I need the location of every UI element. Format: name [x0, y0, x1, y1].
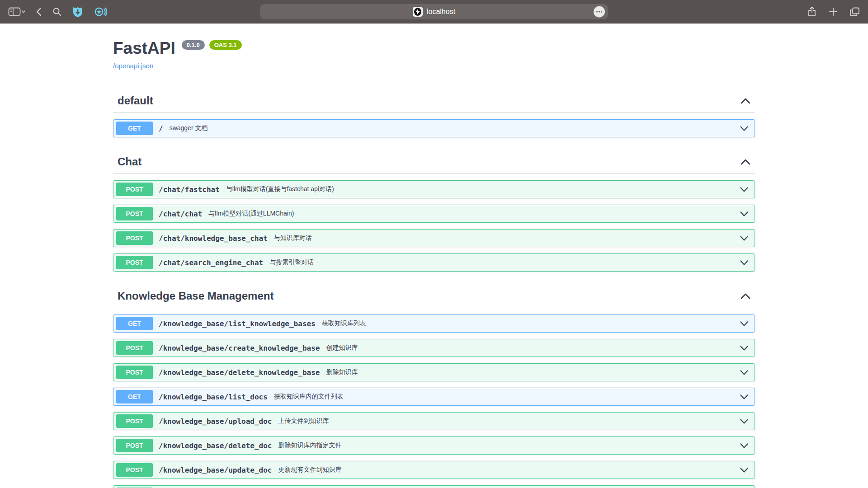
endpoint-row[interactable]: POST/chat/search_engine_chat与搜索引擎对话 [113, 253, 755, 272]
method-badge: POST [116, 207, 153, 221]
expand-chevron-icon[interactable] [740, 126, 748, 131]
endpoint-description: 获取知识库列表 [322, 319, 740, 328]
endpoint-row[interactable]: POST/chat/fastchat与llm模型对话(直接与fastchat a… [113, 180, 755, 198]
share-button[interactable] [807, 6, 816, 17]
new-tab-button[interactable] [829, 8, 837, 16]
method-badge: GET [116, 317, 153, 330]
expand-chevron-icon[interactable] [740, 419, 748, 424]
endpoint-description: 获取知识库内的文件列表 [274, 393, 740, 401]
section-title: Knowledge Base Management [118, 290, 274, 302]
endpoint-description: 上传文件到知识库 [278, 417, 740, 425]
endpoint-path: /knowledge_base/list_knowledge_bases [159, 319, 316, 328]
oas-badge: OAS 3.1 [209, 40, 242, 50]
back-button[interactable] [36, 7, 42, 16]
endpoint-row[interactable]: POST/knowledge_base/recreate_vector_stor… [113, 485, 755, 488]
endpoint-row[interactable]: POST/knowledge_base/delete_doc删除知识库内指定文件 [113, 436, 755, 455]
expand-chevron-icon[interactable] [740, 321, 748, 326]
search-button[interactable] [52, 7, 61, 16]
method-badge: POST [116, 366, 153, 379]
expand-chevron-icon[interactable] [740, 346, 748, 351]
api-sections: defaultGET/swagger 文档ChatPOST/chat/fastc… [113, 88, 755, 488]
site-favicon [413, 7, 423, 17]
endpoint-description: 删除知识库内指定文件 [278, 441, 740, 450]
method-badge: POST [116, 183, 153, 196]
endpoint-path: /chat/knowledge_base_chat [159, 234, 268, 243]
endpoint-row[interactable]: POST/chat/knowledge_base_chat与知识库对话 [113, 229, 755, 247]
endpoint-path: /chat/chat [159, 210, 202, 218]
collapse-chevron-icon[interactable] [741, 159, 750, 165]
collapse-chevron-icon[interactable] [741, 98, 750, 104]
endpoint-path: /chat/fastchat [159, 185, 220, 194]
method-badge: POST [116, 256, 153, 269]
swagger-page: FastAPI 0.1.0 OAS 3.1 /openapi.json defa… [0, 23, 868, 488]
endpoint-path: / [159, 124, 163, 133]
endpoint-description: 删除知识库 [326, 368, 740, 376]
endpoint-path: /knowledge_base/create_knowledge_base [159, 344, 320, 352]
expand-chevron-icon[interactable] [740, 236, 748, 241]
endpoint-path: /knowledge_base/delete_knowledge_base [159, 368, 320, 377]
page-title: FastAPI [113, 39, 175, 58]
endpoint-row[interactable]: POST/knowledge_base/update_doc更新现有文件到知识库 [113, 461, 755, 479]
expand-chevron-icon[interactable] [740, 394, 748, 399]
section-header[interactable]: Chat [113, 149, 755, 174]
endpoint-row[interactable]: GET/swagger 文档 [113, 119, 755, 137]
method-badge: POST [116, 439, 153, 452]
tag-section: Knowledge Base ManagementGET/knowledge_b… [113, 283, 755, 488]
method-badge: POST [116, 341, 153, 355]
expand-chevron-icon[interactable] [740, 187, 748, 192]
endpoint-row[interactable]: GET/knowledge_base/list_knowledge_bases获… [113, 314, 755, 333]
endpoint-description: 创建知识库 [326, 344, 740, 352]
endpoint-path: /knowledge_base/upload_doc [159, 417, 272, 426]
expand-chevron-icon[interactable] [740, 211, 748, 216]
broadcast-extension-button[interactable] [94, 6, 107, 17]
star-icon [97, 9, 101, 14]
address-bar[interactable]: localhost [260, 4, 608, 19]
collapse-chevron-icon[interactable] [741, 293, 750, 299]
endpoint-path: /knowledge_base/delete_doc [159, 441, 272, 450]
version-badge: 0.1.0 [182, 40, 205, 50]
endpoint-row[interactable]: GET/knowledge_base/list_docs获取知识库内的文件列表 [113, 388, 755, 406]
browser-toolbar: localhost [0, 0, 868, 23]
method-badge: GET [116, 122, 153, 135]
section-header[interactable]: Knowledge Base Management [113, 283, 755, 308]
tab-overview-button[interactable] [850, 7, 860, 16]
lightning-bolt-icon [415, 9, 420, 15]
endpoint-path: /knowledge_base/list_docs [159, 393, 268, 401]
expand-chevron-icon[interactable] [740, 370, 748, 375]
endpoint-row[interactable]: POST/knowledge_base/create_knowledge_bas… [113, 339, 755, 357]
sidebar-toggle-button[interactable] [8, 7, 25, 16]
section-title: default [118, 94, 153, 107]
section-title: Chat [118, 155, 142, 168]
page-menu-button[interactable] [594, 6, 605, 18]
tag-section: defaultGET/swagger 文档 [113, 88, 755, 137]
expand-chevron-icon[interactable] [740, 443, 748, 448]
endpoint-row[interactable]: POST/knowledge_base/delete_knowledge_bas… [113, 363, 755, 381]
method-badge: POST [116, 414, 153, 428]
endpoint-description: 与llm模型对话(通过LLMChain) [208, 210, 740, 218]
endpoint-description: 更新现有文件到知识库 [278, 466, 740, 474]
expand-chevron-icon[interactable] [740, 260, 748, 265]
endpoint-description: 与知识库对话 [274, 234, 740, 242]
method-badge: POST [116, 463, 153, 477]
section-header[interactable]: default [113, 88, 755, 113]
url-host: localhost [427, 8, 455, 16]
tag-section: ChatPOST/chat/fastchat与llm模型对话(直接与fastch… [113, 149, 755, 272]
endpoint-description: swagger 文档 [170, 124, 740, 132]
openapi-spec-link[interactable]: /openapi.json [113, 62, 153, 70]
endpoint-path: /chat/search_engine_chat [159, 258, 263, 267]
sidebar-caret-icon [22, 11, 25, 13]
method-badge: POST [116, 231, 153, 245]
endpoint-path: /knowledge_base/update_doc [159, 466, 272, 474]
endpoint-description: 与搜索引擎对话 [269, 258, 740, 267]
method-badge: GET [116, 390, 153, 404]
shield-extension-button[interactable] [72, 6, 83, 18]
endpoint-row[interactable]: POST/knowledge_base/upload_doc上传文件到知识库 [113, 412, 755, 430]
endpoint-description: 与llm模型对话(直接与fastchat api对话) [226, 185, 740, 193]
expand-chevron-icon[interactable] [740, 468, 748, 473]
endpoint-row[interactable]: POST/chat/chat与llm模型对话(通过LLMChain) [113, 205, 755, 223]
